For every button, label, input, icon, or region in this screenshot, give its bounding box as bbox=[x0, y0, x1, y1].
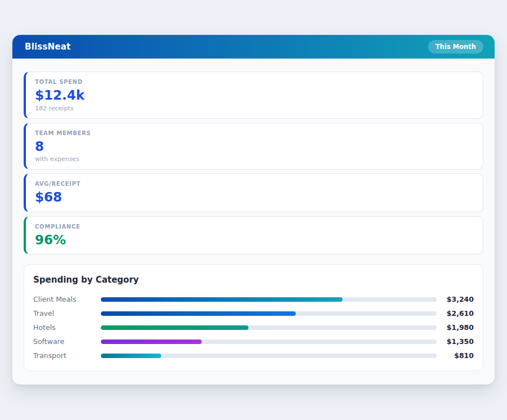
chart-row: Travel$2,610 bbox=[33, 306, 474, 320]
stat-label: TOTAL SPEND bbox=[35, 79, 474, 85]
category-label: Transport bbox=[33, 351, 101, 360]
stat-label: AVG/RECEIPT bbox=[35, 181, 474, 187]
category-label: Software bbox=[33, 337, 101, 346]
app-title: BlissNeat bbox=[25, 42, 70, 52]
bar-value: $1,980 bbox=[437, 323, 474, 332]
app-header: BlissNeat This Month bbox=[12, 35, 495, 59]
chart-row: Client Meals$3,240 bbox=[33, 292, 474, 306]
bar-fill bbox=[101, 354, 161, 358]
category-label: Client Meals bbox=[33, 295, 101, 303]
stat-sublabel: with expenses bbox=[35, 155, 474, 163]
stat-card-avg-receipt: AVG/RECEIPT $68 bbox=[24, 173, 483, 212]
bar-track bbox=[101, 354, 437, 358]
bar-fill bbox=[101, 311, 296, 316]
bar-fill bbox=[101, 297, 343, 302]
bar-fill bbox=[101, 339, 202, 344]
bar-value: $2,610 bbox=[437, 309, 474, 318]
bar-track bbox=[101, 339, 437, 344]
stat-label: COMPLIANCE bbox=[35, 224, 474, 230]
stat-card-total-spend: TOTAL SPEND $12.4k 182 receipts bbox=[24, 72, 483, 119]
bar-track bbox=[101, 311, 437, 316]
stat-card-team-members: TEAM MEMBERS 8 with expenses bbox=[24, 123, 483, 170]
stat-sublabel: 182 receipts bbox=[35, 105, 474, 112]
chart-row: Hotels$1,980 bbox=[33, 320, 474, 334]
stat-value: 96% bbox=[35, 233, 474, 248]
period-badge[interactable]: This Month bbox=[428, 40, 483, 53]
bar-track bbox=[101, 297, 437, 302]
category-label: Hotels bbox=[33, 323, 101, 332]
stat-card-compliance: COMPLIANCE 96% bbox=[24, 216, 483, 255]
chart-rows: Client Meals$3,240Travel$2,610Hotels$1,9… bbox=[33, 292, 474, 363]
spending-chart-card: Spending by Category Client Meals$3,240T… bbox=[24, 264, 483, 371]
bar-fill bbox=[101, 325, 248, 330]
bar-value: $1,350 bbox=[437, 337, 474, 346]
chart-title: Spending by Category bbox=[33, 275, 474, 285]
bar-track bbox=[101, 325, 437, 330]
app-window: BlissNeat This Month TOTAL SPEND $12.4k … bbox=[12, 35, 495, 385]
stat-value: 8 bbox=[35, 139, 474, 155]
category-label: Travel bbox=[33, 309, 101, 318]
stat-label: TEAM MEMBERS bbox=[35, 130, 474, 136]
chart-row: Transport$810 bbox=[33, 348, 474, 363]
bar-value: $3,240 bbox=[437, 295, 474, 303]
stat-value: $68 bbox=[35, 190, 474, 205]
app-body: TOTAL SPEND $12.4k 182 receipts TEAM MEM… bbox=[12, 59, 495, 382]
stat-value: $12.4k bbox=[35, 88, 474, 104]
bar-value: $810 bbox=[437, 351, 474, 360]
chart-row: Software$1,350 bbox=[33, 334, 474, 348]
